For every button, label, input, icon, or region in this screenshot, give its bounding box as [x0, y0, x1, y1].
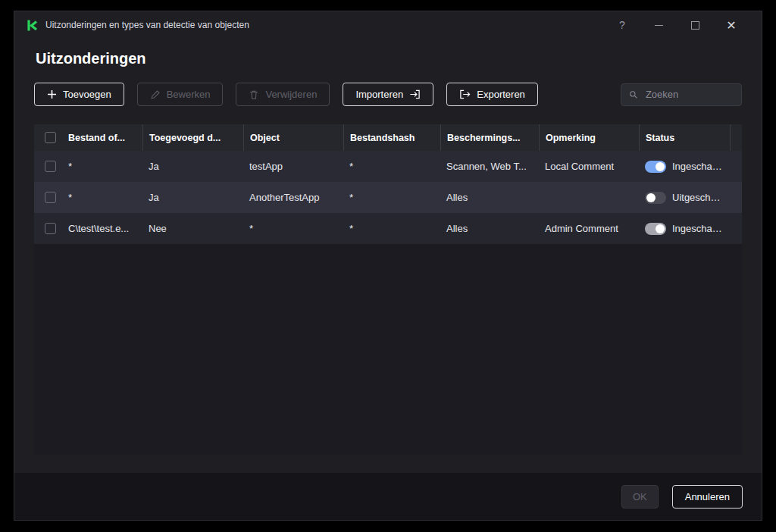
- ok-button[interactable]: OK: [621, 485, 659, 509]
- header-comment: Opmerking: [539, 124, 639, 151]
- import-button-label: Importeren: [355, 89, 403, 100]
- titlebar: Uitzonderingen en types van detectie van…: [14, 11, 762, 39]
- plus-icon: [47, 89, 57, 99]
- table-row[interactable]: * Ja testApp * Scannen, Web T... Local C…: [34, 151, 742, 182]
- delete-button[interactable]: Verwijderen: [236, 83, 330, 106]
- header-status: Status: [639, 124, 730, 151]
- cell-object: AnotherTestApp: [243, 192, 343, 203]
- cell-status: Ingeschak...: [639, 223, 730, 235]
- cell-file: *: [62, 192, 142, 203]
- add-button[interactable]: Toevoegen: [34, 83, 124, 106]
- header-hash: Bestandshash: [343, 124, 440, 151]
- page-title: Uitzonderingen: [36, 49, 742, 67]
- cell-object: *: [243, 223, 343, 234]
- status-toggle[interactable]: [645, 161, 666, 173]
- import-icon: [409, 89, 421, 100]
- close-button[interactable]: ✕: [713, 14, 749, 36]
- cell-file: C\test\test.e...: [62, 223, 142, 234]
- minimize-button[interactable]: [640, 14, 677, 36]
- row-checkbox[interactable]: [45, 161, 56, 172]
- delete-button-label: Verwijderen: [265, 89, 317, 100]
- import-button[interactable]: Importeren: [343, 83, 433, 106]
- export-button-label: Exporteren: [477, 89, 525, 100]
- export-icon: [459, 89, 471, 100]
- select-all-checkbox[interactable]: [45, 132, 56, 143]
- table-row[interactable]: * Ja AnotherTestApp * Alles Uitgeschak..…: [34, 182, 742, 213]
- cell-comment: Local Comment: [539, 161, 639, 172]
- table-row[interactable]: C\test\test.e... Nee * * Alles Admin Com…: [34, 213, 742, 244]
- header-object: Object: [243, 124, 343, 151]
- status-label: Ingeschak...: [672, 223, 724, 234]
- toolbar: Toevoegen Bewerken Verwijderen Importere…: [34, 83, 742, 106]
- cancel-button[interactable]: Annuleren: [672, 485, 743, 509]
- cell-status: Ingeschak...: [639, 161, 730, 173]
- edit-button-label: Bewerken: [167, 89, 211, 100]
- row-checkbox[interactable]: [45, 192, 56, 203]
- cell-status: Uitgeschak...: [639, 192, 730, 204]
- header-extra: [730, 124, 742, 151]
- cell-added: Ja: [142, 192, 243, 203]
- trash-icon: [249, 89, 259, 100]
- header-added: Toegevoegd d...: [142, 124, 243, 151]
- maximize-icon: [691, 21, 699, 30]
- minimize-icon: [655, 25, 663, 26]
- content-area: Uitzonderingen Toevoegen Bewerken Verwij…: [14, 39, 762, 473]
- status-label: Ingeschak...: [672, 161, 724, 172]
- select-all-cell: [34, 132, 62, 143]
- cell-protection: Alles: [440, 223, 539, 234]
- export-button[interactable]: Exporteren: [446, 83, 538, 106]
- window-title: Uitzonderingen en types van detectie van…: [45, 20, 249, 30]
- cell-hash: *: [343, 192, 440, 203]
- status-label: Uitgeschak...: [672, 192, 724, 203]
- search-box: [621, 83, 742, 106]
- cell-protection: Alles: [440, 192, 539, 203]
- exclusions-table: Bestand of... Toegevoegd d... Object Bes…: [34, 124, 742, 455]
- row-checkbox[interactable]: [45, 223, 56, 234]
- cell-added: Nee: [142, 223, 243, 234]
- table-empty-area: [34, 244, 742, 455]
- cell-object: testApp: [243, 161, 343, 172]
- edit-button[interactable]: Bewerken: [137, 83, 224, 106]
- cell-hash: *: [343, 161, 440, 172]
- dialog-footer: OK Annuleren: [14, 473, 762, 520]
- app-window: Uitzonderingen en types van detectie van…: [14, 11, 762, 521]
- header-file: Bestand of...: [62, 133, 142, 143]
- search-icon: [629, 89, 638, 100]
- help-button[interactable]: ?: [604, 14, 640, 36]
- pencil-icon: [150, 89, 161, 100]
- cell-file: *: [62, 161, 142, 172]
- add-button-label: Toevoegen: [63, 89, 111, 100]
- maximize-button[interactable]: [677, 14, 713, 36]
- cell-comment: Admin Comment: [539, 223, 639, 234]
- window-controls: ? ✕: [604, 14, 749, 36]
- kaspersky-logo-icon: [27, 19, 38, 32]
- cell-protection: Scannen, Web T...: [440, 161, 539, 172]
- status-toggle[interactable]: [645, 223, 666, 235]
- status-toggle[interactable]: [645, 192, 666, 204]
- header-protection: Beschermings...: [440, 124, 539, 151]
- cell-added: Ja: [142, 161, 243, 172]
- search-input[interactable]: [644, 88, 734, 101]
- cell-hash: *: [343, 223, 440, 234]
- table-header: Bestand of... Toegevoegd d... Object Bes…: [34, 124, 742, 151]
